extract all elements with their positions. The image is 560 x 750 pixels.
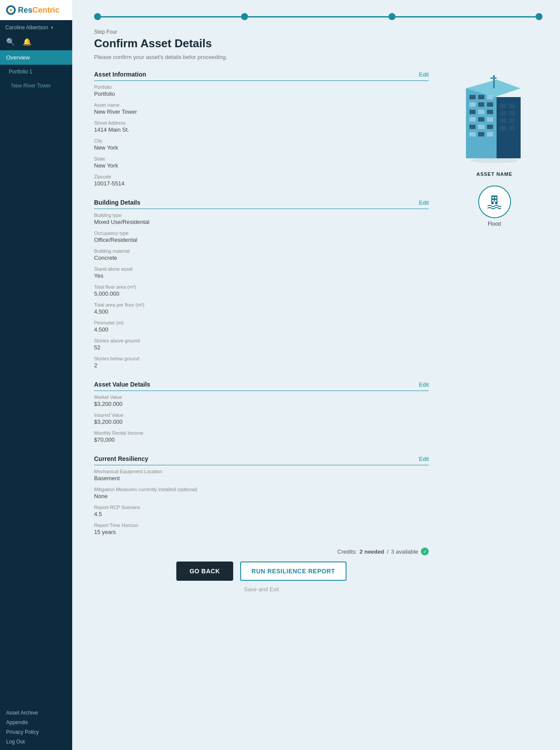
field-city: City New York [94,138,429,151]
form-content: Asset Information Edit Portfolio Portfol… [94,71,429,593]
bottom-section: Credits: 2 needed / 3 available ✓ GO BAC… [94,548,429,593]
field-state: State New York [94,156,429,169]
bell-icon[interactable]: 🔔 [23,38,32,46]
field-street-address-label: Street Address [94,120,429,126]
field-asset-name: Asset name New River Tower [94,102,429,115]
field-mitigation-measures-value: None [94,493,429,499]
svg-rect-14 [478,117,484,122]
field-mechanical-location-label: Mechanical Equipment Location [94,469,429,474]
svg-rect-18 [487,125,493,129]
field-insured-value-label: Insured Value [94,412,429,418]
svg-rect-6 [487,95,493,99]
search-icon[interactable]: 🔍 [6,38,15,46]
credits-available: 3 available [391,548,418,555]
logo-res: Res [18,6,32,15]
page-title: Confirm Asset Details [94,37,542,50]
field-state-label: State [94,156,429,161]
flood-hazard: Flood [478,185,511,227]
field-perimeter-value: 4,500 [94,326,429,333]
content-area: Asset Information Edit Portfolio Portfol… [94,71,542,593]
chevron-down-icon: ▼ [50,26,54,30]
field-occupancy-type-label: Occupancy type [94,230,429,236]
field-perimeter-label: Perimeter (m) [94,320,429,325]
progress-step-2 [241,13,248,20]
field-insured-value-value: $3,200.000 [94,419,429,425]
asset-information-edit[interactable]: Edit [419,71,429,78]
field-zipcode-label: Zipcode [94,174,429,179]
sidebar-toolbar: 🔍 🔔 [0,35,72,50]
svg-rect-29 [509,126,515,130]
sidebar-item-new-river-tower[interactable]: New River Tower [0,79,72,93]
field-city-value: New York [94,144,429,151]
field-portfolio-label: Portfolio [94,84,429,90]
logo-icon [6,5,16,15]
logo-centric: Centric [32,6,60,15]
svg-rect-11 [478,110,484,114]
save-exit-link[interactable]: Save and Exit [94,586,429,593]
field-stand-alone-label: Stand alone asset [94,266,429,272]
svg-rect-25 [509,111,515,115]
sidebar-nav: Overview Portfolio 1 New River Tower [0,50,72,705]
field-zipcode-value: 10017-5514 [94,180,429,187]
progress-line-3 [396,16,536,17]
asset-information-header: Asset Information Edit [94,71,429,81]
page-subtitle: Please confirm your asset's details befo… [94,54,542,60]
field-mitigation-measures-label: Mitigation Measures currently installed … [94,487,429,492]
field-building-type-value: Mixed Use/Residental [94,219,429,225]
field-rcp-scenario: Report RCP Scenario 4.5 [94,505,429,517]
svg-rect-7 [469,102,476,107]
svg-rect-36 [495,200,497,202]
logo: ResCentric [0,0,72,20]
field-stories-below: Stories below ground 2 [94,356,429,369]
field-insured-value: Insured Value $3,200.000 [94,412,429,425]
resiliency-edit[interactable]: Edit [419,456,429,462]
asset-value-edit[interactable]: Edit [419,381,429,388]
field-mechanical-location: Mechanical Equipment Location Basement [94,469,429,481]
field-time-horizon-label: Report Time Horizon [94,523,429,528]
building-details-edit[interactable]: Edit [419,199,429,206]
field-stories-above: Stories above ground 52 [94,338,429,351]
svg-rect-33 [492,197,494,199]
svg-rect-8 [478,102,484,107]
resiliency-section: Current Resiliency Edit Mechanical Equip… [94,455,429,535]
field-area-per-floor-value: 4,500 [94,308,429,315]
building-details-section: Building Details Edit Building type Mixe… [94,199,429,369]
svg-rect-34 [495,197,497,199]
field-stories-below-value: 2 [94,362,429,369]
field-asset-name-label: Asset name [94,102,429,108]
progress-step-4 [536,13,542,20]
field-floor-area-label: Total floor area (m²) [94,284,429,290]
run-report-button[interactable]: RUN RESILIENCE REPORT [240,562,346,581]
asset-information-section: Asset Information Edit Portfolio Portfol… [94,71,429,187]
field-stories-below-label: Stories below ground [94,356,429,361]
field-monthly-rental-value: $70,000 [94,436,429,443]
asset-value-section: Asset Value Details Edit Market Value $3… [94,381,429,443]
sidebar-item-portfolio1[interactable]: Portfolio 1 [0,65,72,79]
sidebar-item-overview[interactable]: Overview [0,50,72,65]
field-asset-name-value: New River Tower [94,108,429,115]
main-content: Step Four Confirm Asset Details Please c… [72,0,560,750]
user-menu[interactable]: Caroline Albertson ▼ [0,20,72,35]
credits-separator: / [387,548,388,555]
asset-visual-panel: ASSET NAME [446,71,542,593]
field-floor-area: Total floor area (m²) 5,000.000 [94,284,429,297]
svg-rect-22 [500,104,506,108]
asset-value-title: Asset Value Details [94,381,150,388]
sidebar-footer-appendix[interactable]: Appendix [6,719,66,726]
sidebar-footer-privacy-policy[interactable]: Privacy Policy [6,729,66,735]
sidebar-footer-log-out[interactable]: Log Out [6,739,66,745]
back-button[interactable]: GO BACK [176,562,233,581]
sidebar-footer-asset-archive[interactable]: Asset Archive [6,710,66,716]
field-stand-alone-value: Yes [94,272,429,279]
field-building-material: Building material Concrete [94,248,429,261]
asset-value-header: Asset Value Details Edit [94,381,429,391]
svg-rect-15 [487,117,493,122]
field-stories-above-label: Stories above ground [94,338,429,343]
field-market-value-label: Market Value [94,394,429,400]
building-details-header: Building Details Edit [94,199,429,209]
svg-rect-9 [487,102,493,107]
svg-rect-5 [478,95,484,99]
username: Caroline Albertson [5,24,48,31]
field-building-type: Building type Mixed Use/Residental [94,213,429,225]
resiliency-title: Current Resiliency [94,455,148,462]
